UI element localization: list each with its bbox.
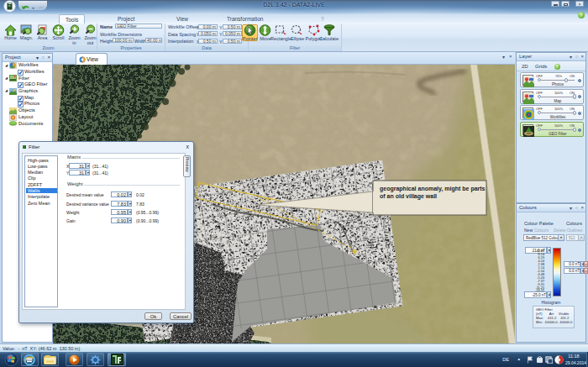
svg-text:geographical anomaly, might be: geographical anomaly, might be parts [380,186,486,192]
svg-text:of an old village wall: of an old village wall [380,193,437,200]
